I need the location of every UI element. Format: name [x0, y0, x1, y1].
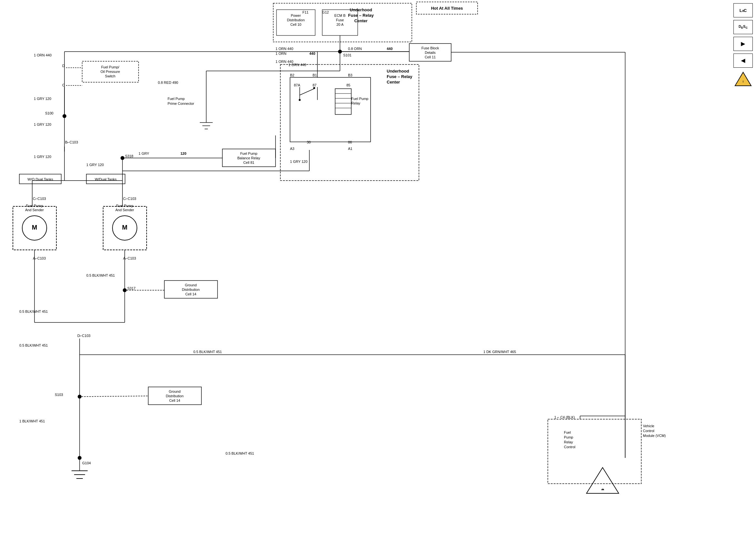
legend-obd: ! OBD II — [733, 70, 753, 88]
wire-05blkwht-451-1: 0.5 BLK/WHT 451 — [86, 274, 115, 277]
d-connector: D — [62, 64, 65, 68]
hot-at-all-times-label: Hot At All Times — [431, 6, 463, 11]
87a-label: 87A — [294, 83, 300, 87]
wire-08orn-440: 0.8 ORN — [348, 47, 362, 51]
vcm-label3: Module (VCM) — [643, 434, 666, 438]
wire-1orn-440: 1 ORN 440 — [276, 47, 293, 51]
underhood-fuse-relay-right-label: Underhood — [387, 69, 409, 73]
s317-label: S317 — [127, 286, 136, 290]
wire-440-num-top: 440 — [309, 52, 315, 55]
ground-dist-top-label3: Cell 14 — [185, 292, 196, 296]
g104-dot — [78, 456, 82, 460]
g12-label: G12 — [322, 10, 329, 14]
power-dist-label: Power — [291, 14, 301, 17]
underhood-fuse-relay-top-label3: Center — [354, 18, 367, 23]
fp-balance-relay-label2: Balance Relay — [237, 156, 260, 160]
a3-label: A3 — [290, 147, 294, 150]
c4-blk-label: 1 ⌐ C4 (BLK) — [554, 415, 575, 419]
svg-point-51 — [313, 87, 315, 89]
fuel-pump-sender-right2: And Sender — [115, 208, 134, 212]
wire-orn-440-top: 1 ORN — [276, 52, 286, 55]
fp-prime-conn-label2: Prime Connector — [168, 102, 194, 105]
ground-dist-bottom-label: Ground — [169, 390, 181, 393]
fp-relay-ctrl-label3: Relay — [564, 440, 573, 444]
85-label: 85 — [346, 83, 350, 87]
vcm-label2: Control — [643, 429, 654, 433]
c-connector: C — [62, 83, 65, 87]
legend-forward-icon: ► — [740, 40, 747, 48]
wire-120-s318: 120 — [180, 151, 186, 155]
wire-1gry-120-s318: 1 GRY 120 — [86, 163, 104, 167]
fp-relay-ctrl-label4: Control — [564, 445, 575, 449]
wire-1gry-120-2: 1 GRY 120 — [34, 122, 51, 126]
a-c103-left: A⌐C103 — [33, 256, 46, 260]
underhood-fuse-relay-top-label2: Fuse – Relay — [348, 13, 374, 18]
fuse-block-label2: Details — [425, 51, 436, 54]
30-label: 30 — [307, 140, 311, 144]
wire-05blkwht-451-2: 0.5 BLK/WHT 451 — [19, 344, 48, 347]
fp-balance-relay-label: Fuel Pump — [240, 151, 257, 155]
oil-switch-label2: Oil Pressure — [101, 70, 120, 73]
wire-dkgrn-465: 1 DK GRN/WHT 465 — [483, 350, 516, 354]
ground-dist-bottom-label2: Distribution — [166, 394, 183, 398]
wire-08red-490: 0.8 RED 490 — [158, 81, 178, 84]
legend-loc: L₀C — [733, 3, 753, 17]
wire-1orn-440-left: 1 ORN 440 — [34, 53, 52, 57]
vcm-label: Vehicle — [643, 424, 654, 428]
g104-label: G104 — [82, 461, 91, 465]
fuse-block-label: Fuse Block — [422, 46, 439, 50]
ground-dist-top-label2: Distribution — [182, 288, 199, 292]
a-c103-right: A⌐C103 — [123, 256, 136, 260]
fuel-pump-sender-left: Fuel Pump — [26, 204, 43, 208]
wire-440-right: 440 — [387, 47, 393, 51]
fuse-block-label3: Cell 11 — [425, 55, 436, 59]
legend-panel: L₀C DESC ► ◄ ! OBD II — [733, 3, 753, 88]
fp-relay-label: Fuel Pump — [351, 97, 368, 101]
oil-switch-label: Fuel Pump/ — [101, 65, 120, 69]
fuel-pump-sender-left2: And Sender — [25, 208, 44, 212]
legend-desc-text: DESC — [739, 24, 748, 29]
wire-1gry-120-1: 1 GRY 120 — [34, 97, 51, 101]
ground-dist-top-label: Ground — [185, 283, 197, 287]
c-c103-right: C⌐C103 — [123, 197, 136, 200]
underhood-fuse-relay-right-label2: Fuse – Relay — [387, 74, 412, 79]
b1-label: B1 — [313, 73, 317, 77]
f11-label: F11 — [303, 10, 309, 14]
ecm-b-fuse-label2: Fuse — [336, 18, 344, 22]
s101-label: S101 — [343, 53, 352, 57]
legend-loc-text: L₀C — [740, 8, 747, 13]
fuel-pump-sender-right: Fuel Pump — [116, 204, 133, 208]
b2-label: B2 — [290, 73, 294, 77]
motor-right-icon: M — [122, 224, 128, 231]
b-c103: B⌐C103 — [65, 140, 78, 144]
86-label: 86 — [348, 140, 352, 144]
power-dist-label2: Distribution — [287, 18, 305, 22]
c-c103-left: C⌐C103 — [33, 197, 46, 200]
underhood-fuse-relay-right-label3: Center — [387, 80, 400, 84]
legend-forward[interactable]: ► — [733, 37, 753, 51]
fp-balance-relay-label3: Cell 81 — [243, 160, 254, 164]
ecm-b-fuse-label: ECM B — [334, 14, 346, 17]
wire-05blkwht-451-long: 0.5 BLK/WHT 451 — [193, 350, 222, 354]
wire-05blkwht-451-3: 0.5 BLK/WHT 451 — [226, 451, 254, 455]
diagram-container: Hot At All Times Underhood Fuse – Relay … — [0, 0, 756, 543]
legend-backward-icon: ◄ — [740, 56, 747, 65]
svg-point-52 — [299, 99, 301, 101]
motor-left-icon: M — [32, 224, 37, 231]
wire-1blkwht-451: 1 BLK/WHT 451 — [19, 419, 45, 423]
d-c103-label: D⌐C103 — [77, 334, 91, 338]
svg-marker-78 — [735, 72, 751, 86]
fp-relay-ctrl-label2: Pump — [564, 435, 573, 439]
power-dist-label3: Cell 10 — [290, 23, 301, 26]
a1-label: A1 — [348, 147, 352, 150]
wire-1gry-120-3: 1 GRY 120 — [34, 155, 51, 159]
wire-1gry-120-relay-bottom: 1 GRY 120 — [290, 160, 307, 163]
legend-backward[interactable]: ◄ — [733, 53, 753, 68]
svg-rect-0 — [0, 0, 756, 543]
svg-text:!: ! — [742, 80, 743, 83]
s318-label: S318 — [125, 154, 133, 158]
oil-switch-label3: Switch — [105, 74, 115, 78]
wire-1orn-440-relay: 1 ORN 440 — [288, 63, 306, 67]
fp-prime-conn-label: Fuel Pump — [168, 97, 185, 101]
s103-label: S103 — [55, 393, 63, 397]
